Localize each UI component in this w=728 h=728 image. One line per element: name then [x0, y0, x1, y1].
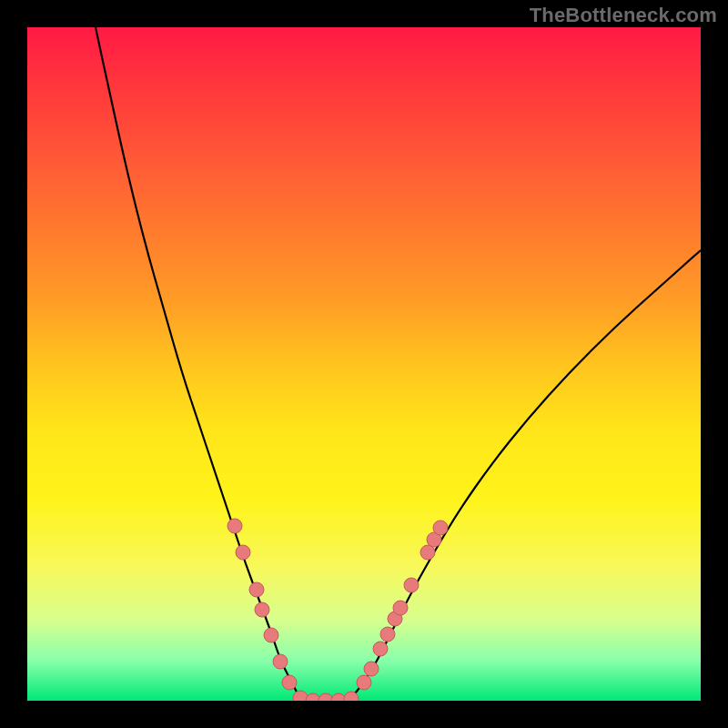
data-marker	[228, 519, 242, 533]
data-marker	[420, 545, 435, 560]
data-marker	[282, 675, 297, 690]
outer-frame: TheBottleneck.com	[0, 0, 728, 728]
watermark-label: TheBottleneck.com	[530, 4, 717, 27]
data-marker	[236, 545, 250, 560]
data-marker	[373, 642, 388, 656]
curve-right	[350, 250, 701, 699]
curve-left	[96, 27, 300, 699]
chart-svg	[27, 27, 701, 701]
data-marker	[249, 582, 264, 597]
data-marker	[293, 691, 308, 701]
data-markers	[228, 519, 448, 701]
data-marker	[393, 601, 408, 615]
data-marker	[404, 578, 419, 592]
data-marker	[264, 628, 278, 642]
data-marker	[380, 627, 395, 642]
data-marker	[273, 654, 288, 669]
data-marker	[433, 521, 448, 535]
data-marker	[357, 675, 371, 690]
plot-area	[27, 27, 701, 701]
data-marker	[364, 662, 379, 676]
data-marker	[255, 602, 269, 617]
